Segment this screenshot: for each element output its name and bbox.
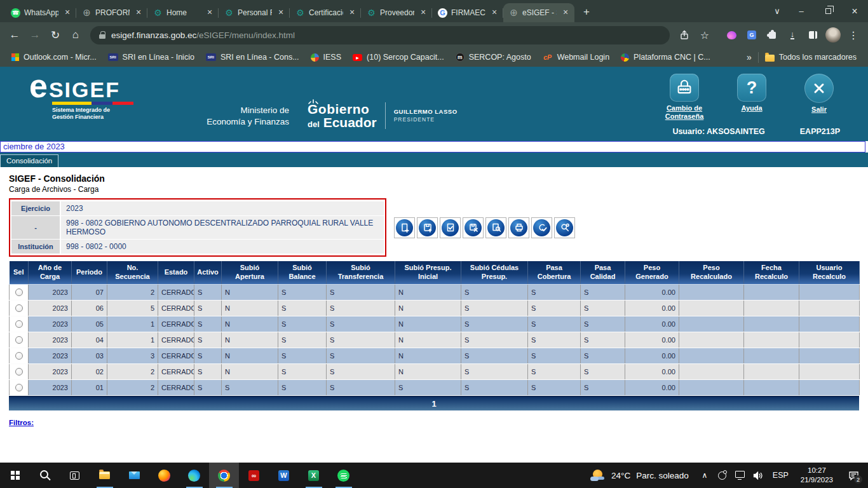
tab-consolidacion[interactable]: Consolidación: [0, 154, 58, 167]
exit-button[interactable]: [804, 74, 834, 103]
extensions-puzzle-icon[interactable]: [763, 25, 782, 44]
tab-search-chevron-icon[interactable]: ∨: [766, 0, 788, 22]
bookmark-item[interactable]: Webmail Login: [538, 50, 614, 64]
row-select-radio[interactable]: [15, 304, 23, 312]
downloads-icon[interactable]: ↓: [783, 25, 802, 44]
volume-icon[interactable]: [750, 463, 766, 488]
bookmark-item[interactable]: Outlook.com - Micr...: [6, 51, 102, 64]
taskbar-app-button[interactable]: [119, 463, 149, 488]
side-panel-icon[interactable]: [803, 25, 822, 44]
row-select-radio[interactable]: [15, 320, 23, 328]
taskbar-app-button[interactable]: [149, 463, 179, 488]
browser-tab[interactable]: Personal Rol ×: [219, 3, 290, 22]
restore-button[interactable]: [815, 0, 841, 22]
browser-tab[interactable]: Home ×: [147, 3, 219, 22]
taskbar-app-button[interactable]: [30, 463, 60, 488]
profile-avatar[interactable]: [824, 25, 843, 44]
share-icon[interactable]: [675, 25, 694, 44]
home-icon[interactable]: ⌂: [66, 25, 85, 44]
tab-close-icon[interactable]: ×: [489, 8, 499, 18]
bookmark-item[interactable]: IESS: [306, 51, 347, 64]
table-cell: 06: [72, 300, 107, 316]
forward-icon[interactable]: →: [25, 25, 44, 44]
tab-close-icon[interactable]: ×: [62, 8, 72, 18]
row-select-radio[interactable]: [15, 288, 23, 296]
taskbar-app-button[interactable]: [329, 463, 358, 488]
bookmark-item[interactable]: SRI en Línea - Cons...: [201, 51, 304, 64]
taskbar-app-button[interactable]: [299, 463, 329, 488]
search-button[interactable]: [554, 217, 575, 238]
row-select-radio[interactable]: [15, 336, 23, 344]
process-check-button[interactable]: [531, 217, 552, 238]
validate-record-button[interactable]: [440, 217, 461, 238]
new-tab-button[interactable]: +: [578, 4, 595, 20]
browser-tab[interactable]: PROFORMA 3 ×: [76, 3, 147, 22]
bookmark-item[interactable]: (10) Sercop Capacit...: [348, 51, 449, 64]
bookmark-star-icon[interactable]: [695, 25, 714, 44]
minimize-button[interactable]: –: [788, 0, 815, 22]
bookmark-item[interactable]: SERCOP: Agosto: [451, 51, 536, 64]
tray-chevron-icon[interactable]: ∧: [696, 463, 713, 488]
taskbar-app-button[interactable]: [90, 463, 119, 488]
period-select[interactable]: ciembre de 2023: [0, 141, 865, 152]
table-cell: [744, 363, 799, 379]
row-select-radio[interactable]: [15, 368, 23, 376]
taskbar-app-button[interactable]: [60, 463, 90, 488]
sun-rays-icon: [308, 97, 319, 107]
meet-now-icon[interactable]: [714, 463, 731, 488]
bookmark-item[interactable]: SRI en Línea - Inicio: [103, 51, 200, 64]
criteria-label: Institución: [11, 240, 60, 254]
save-record-button[interactable]: [417, 217, 438, 238]
menu-kebab-icon[interactable]: [844, 25, 863, 44]
row-select-radio[interactable]: [15, 384, 23, 391]
taskbar-app-button[interactable]: [179, 463, 209, 488]
president-title: PRESIDENTE: [394, 116, 458, 123]
help-button[interactable]: ?: [737, 74, 766, 102]
extension-cloud-icon[interactable]: [722, 25, 741, 44]
tab-close-icon[interactable]: ×: [560, 8, 571, 18]
create-record-button[interactable]: [394, 217, 415, 238]
table-cell: [679, 348, 744, 363]
exit-label[interactable]: Salir: [811, 105, 827, 114]
bookmark-item[interactable]: Plataforma CNC | C...: [616, 51, 715, 64]
all-bookmarks-folder[interactable]: Todos los marcadores: [760, 51, 862, 64]
network-icon[interactable]: [732, 463, 749, 488]
tab-close-icon[interactable]: ×: [418, 8, 428, 18]
browser-tab[interactable]: Proveedor ×: [361, 3, 432, 22]
filters-link[interactable]: Filtros:: [9, 419, 34, 426]
browser-tab[interactable]: eSIGEF - Siste ×: [503, 3, 574, 22]
taskbar-app-button[interactable]: [269, 463, 299, 488]
address-bar[interactable]: esigef.finanzas.gob.ec/eSIGEF/menu/index…: [90, 26, 670, 44]
tab-close-icon[interactable]: ×: [347, 8, 357, 18]
page-number[interactable]: 1: [431, 399, 436, 409]
language-indicator[interactable]: ESP: [768, 471, 794, 480]
taskbar-app-button[interactable]: [239, 463, 269, 488]
change-password-label[interactable]: Cambio de Contraseña: [658, 104, 711, 121]
browser-tab[interactable]: Certificacione ×: [290, 3, 361, 22]
change-password-button[interactable]: [670, 74, 699, 102]
close-button[interactable]: ×: [841, 0, 868, 22]
select-cell: [10, 363, 29, 379]
table-cell: S: [327, 348, 395, 363]
reload-icon[interactable]: ↻: [46, 25, 65, 44]
taskbar-app-button[interactable]: [209, 463, 239, 488]
bookmarks-overflow-chevron[interactable]: »: [742, 52, 757, 62]
print-button[interactable]: [508, 217, 529, 238]
table-row: 2023072CERRADOSNSSNSSS0.00: [10, 284, 860, 300]
browser-tab[interactable]: WhatsApp ×: [5, 3, 76, 22]
delete-record-button[interactable]: [463, 217, 484, 238]
tab-close-icon[interactable]: ×: [133, 8, 144, 18]
preview-record-button[interactable]: [485, 217, 506, 238]
tab-close-icon[interactable]: ×: [205, 8, 215, 18]
row-select-radio[interactable]: [15, 352, 23, 360]
tab-close-icon[interactable]: ×: [276, 8, 286, 18]
back-icon[interactable]: ←: [5, 25, 24, 44]
taskbar-app-button[interactable]: [0, 463, 30, 488]
table-cell: S: [278, 363, 327, 379]
notification-center[interactable]: 2: [840, 463, 867, 488]
clock-widget[interactable]: 10:27 21/9/2023: [795, 466, 839, 485]
help-label[interactable]: Ayuda: [741, 104, 762, 112]
weather-widget[interactable]: 24°C Parc. soleado: [583, 463, 696, 488]
translate-icon[interactable]: G: [742, 25, 761, 44]
browser-tab[interactable]: FIRMAEC - Bu ×: [432, 3, 503, 22]
